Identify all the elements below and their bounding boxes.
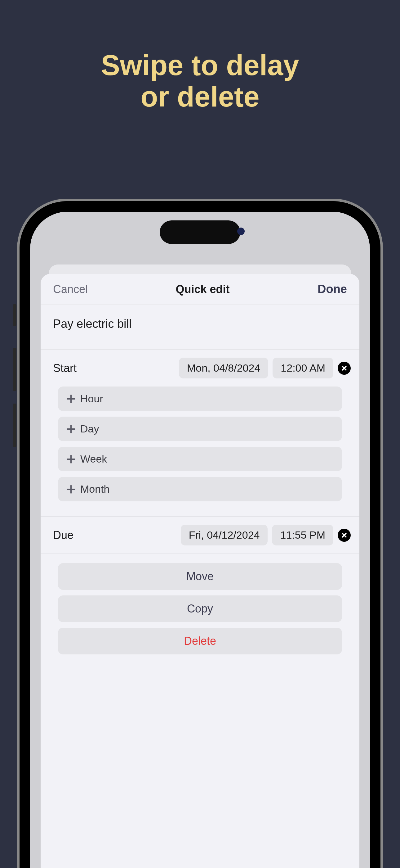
- plus-icon: [67, 395, 75, 403]
- dynamic-island: [160, 220, 240, 244]
- add-month-button[interactable]: Month: [58, 477, 342, 501]
- due-row: Due Fri, 04/12/2024 11:55 PM: [41, 517, 359, 554]
- plus-icon: [67, 455, 75, 464]
- quick-edit-modal: Cancel Quick edit Done Pay electric bill…: [41, 274, 359, 868]
- plus-icon: [67, 425, 75, 433]
- move-button[interactable]: Move: [58, 563, 342, 590]
- add-hour-button[interactable]: Hour: [58, 386, 342, 411]
- done-button[interactable]: Done: [318, 282, 347, 296]
- camera-dot: [237, 227, 245, 235]
- clear-due-icon[interactable]: [338, 529, 351, 542]
- add-hour-label: Hour: [80, 393, 103, 405]
- task-actions: Move Copy Delete: [41, 554, 359, 669]
- phone-mockup: Cancel Quick edit Done Pay electric bill…: [17, 199, 383, 868]
- plus-icon: [67, 485, 75, 494]
- task-title-field[interactable]: Pay electric bill: [41, 305, 359, 349]
- cancel-button[interactable]: Cancel: [53, 283, 88, 296]
- due-date-chip[interactable]: Fri, 04/12/2024: [181, 525, 268, 546]
- add-day-button[interactable]: Day: [58, 416, 342, 441]
- copy-button[interactable]: Copy: [58, 595, 342, 622]
- phone-screen: Cancel Quick edit Done Pay electric bill…: [30, 212, 370, 868]
- add-month-label: Month: [80, 483, 110, 495]
- promo-headline: Swipe to delay or delete: [0, 0, 400, 113]
- promo-line-2: or delete: [0, 81, 400, 113]
- start-row: Start Mon, 04/8/2024 12:00 AM: [41, 349, 359, 386]
- start-label: Start: [53, 362, 76, 375]
- due-time-chip[interactable]: 11:55 PM: [272, 525, 333, 546]
- promo-line-1: Swipe to delay: [0, 50, 400, 81]
- side-button: [13, 304, 16, 326]
- due-label: Due: [53, 529, 73, 542]
- task-title-text: Pay electric bill: [53, 317, 131, 330]
- add-week-button[interactable]: Week: [58, 447, 342, 471]
- start-time-chip[interactable]: 12:00 AM: [272, 358, 333, 378]
- modal-header: Cancel Quick edit Done: [41, 274, 359, 305]
- volume-down-button: [13, 404, 16, 447]
- modal-title: Quick edit: [176, 283, 230, 296]
- clear-start-icon[interactable]: [338, 362, 351, 375]
- add-duration-buttons: Hour Day Week Month: [41, 386, 359, 516]
- start-date-chip[interactable]: Mon, 04/8/2024: [179, 358, 268, 378]
- delete-button[interactable]: Delete: [58, 628, 342, 654]
- add-day-label: Day: [80, 423, 99, 435]
- volume-up-button: [13, 348, 16, 391]
- add-week-label: Week: [80, 453, 107, 465]
